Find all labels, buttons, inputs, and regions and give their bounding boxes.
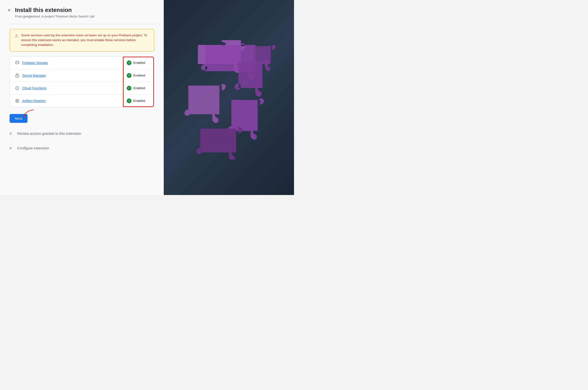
step-number: 4 <box>9 146 13 150</box>
secret-manager-icon <box>15 73 20 78</box>
header-divider <box>8 24 164 24</box>
arrow-annotation <box>23 109 35 118</box>
table-row: {·} Cloud Functions Enabled <box>10 82 154 95</box>
svg-text:{·}: {·} <box>16 88 17 89</box>
close-button[interactable]: × <box>8 7 11 13</box>
services-card: Firebase Storage Enabled <box>9 56 154 107</box>
firebase-storage-icon <box>15 60 20 65</box>
step-label: Review access granted to this extension <box>17 131 81 136</box>
step-label: Configure extension <box>17 146 49 150</box>
services-grid: Firebase Storage Enabled <box>10 57 154 107</box>
cloud-functions-icon: {·} <box>15 86 20 91</box>
service-name-cell: Firebase Storage <box>10 57 123 69</box>
svg-marker-8 <box>23 115 26 117</box>
service-status-cell: Enabled <box>123 69 154 82</box>
list-item: 4 Configure extension <box>9 146 154 150</box>
warning-icon: ⚠ <box>15 33 18 39</box>
page-title: Install this extension <box>15 7 95 14</box>
enabled-check-icon <box>127 86 132 91</box>
svg-rect-0 <box>15 61 19 64</box>
left-panel: × Install this extension From googleclou… <box>0 0 164 195</box>
puzzle-decoration <box>179 35 279 160</box>
cloud-functions-link[interactable]: Cloud Functions <box>22 86 46 90</box>
service-name-cell: Secret Manager <box>10 69 123 82</box>
enabled-check-icon <box>127 98 132 103</box>
service-status-cell: Enabled <box>123 95 154 107</box>
firebase-storage-link[interactable]: Firebase Storage <box>22 61 48 65</box>
header: × Install this extension From googleclou… <box>8 7 154 18</box>
right-panel <box>164 0 294 195</box>
table-row: Artifact Registry Enabled <box>10 95 154 107</box>
service-status-cell: Enabled <box>123 82 154 95</box>
enabled-check-icon <box>127 60 132 65</box>
page-subtitle: From googlecloud, in project 'Firestore … <box>15 15 95 18</box>
step-divider <box>11 140 11 145</box>
list-item: 3 Review access granted to this extensio… <box>9 131 154 136</box>
remaining-steps: 3 Review access granted to this extensio… <box>9 131 154 150</box>
enabled-check-icon <box>127 73 132 78</box>
step-content: ⚠ Some services used by this extension h… <box>9 29 154 150</box>
enabled-label: Enabled <box>133 86 145 90</box>
enabled-label: Enabled <box>133 99 145 102</box>
artifact-registry-link[interactable]: Artifact Registry <box>22 99 46 103</box>
service-status-cell: Enabled <box>123 57 154 69</box>
service-name-cell: Artifact Registry <box>10 95 123 107</box>
step-number: 3 <box>9 131 13 136</box>
enabled-label: Enabled <box>133 74 145 77</box>
service-name-cell: {·} Cloud Functions <box>10 82 123 95</box>
warning-banner: ⚠ Some services used by this extension h… <box>9 29 154 52</box>
svg-point-2 <box>17 76 18 76</box>
table-row: Secret Manager Enabled <box>10 69 154 82</box>
svg-point-7 <box>17 100 17 101</box>
artifact-registry-icon <box>15 98 20 103</box>
table-row: Firebase Storage Enabled <box>10 57 154 69</box>
secret-manager-link[interactable]: Secret Manager <box>22 74 46 77</box>
next-button-wrapper: Next <box>9 114 28 123</box>
enabled-label: Enabled <box>133 61 145 64</box>
warning-text: Some services used by this extension hav… <box>21 33 149 48</box>
